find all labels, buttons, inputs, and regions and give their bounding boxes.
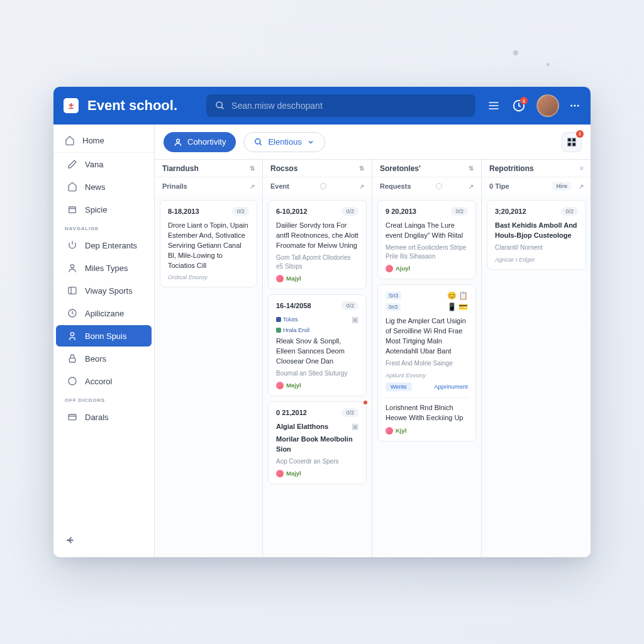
count-badge: 0/2 bbox=[341, 207, 358, 216]
svg-rect-7 bbox=[69, 287, 76, 294]
nav-accorol[interactable]: Accorol bbox=[56, 370, 152, 392]
collapse-icon[interactable] bbox=[65, 535, 76, 546]
layout-icon bbox=[67, 286, 77, 296]
chevron-down-icon bbox=[307, 138, 314, 146]
count-badge: 0/2 bbox=[232, 207, 249, 216]
button-label: Cohortivity bbox=[187, 137, 226, 147]
event-card[interactable]: 9 20,2013 0/2 Creat Lainga The Lure even… bbox=[377, 200, 476, 279]
nav-apil[interactable]: Apilicizane bbox=[56, 303, 152, 324]
card-date: 6-10,2012 bbox=[276, 208, 308, 215]
status-circle-icon bbox=[320, 183, 326, 189]
search-bar[interactable] bbox=[206, 94, 475, 117]
event-card[interactable]: 16-14/2058 0/2 Tolots ▣ Hrala Eroil Rlea… bbox=[268, 294, 367, 396]
column-header[interactable]: Rocsоs ⇅ bbox=[263, 160, 372, 177]
svg-rect-16 bbox=[572, 138, 575, 142]
event-card[interactable]: 0 21,2012 0/2 Algial Elatthons ▣ Morilar… bbox=[268, 401, 367, 484]
card-subtitle: Clarantl/ Nornent bbox=[495, 243, 578, 252]
card-title: Daiilier Sorvdy tora For antfl Reotnonce… bbox=[276, 221, 358, 251]
search-input[interactable] bbox=[231, 101, 467, 111]
hire-badge: Hire bbox=[552, 182, 571, 191]
card-footer: Ajuyl bbox=[396, 265, 410, 272]
chip-link[interactable]: Wente bbox=[386, 382, 412, 391]
nav-section-1: NAVGALIGE bbox=[53, 221, 154, 234]
app-logo: ± bbox=[64, 98, 79, 113]
toolbar: Cohortivity Elentious 1 bbox=[155, 125, 591, 160]
column-header[interactable]: Soretonles' ⇅ bbox=[372, 160, 481, 177]
sub-title: Requests bbox=[380, 182, 411, 190]
home-icon bbox=[65, 135, 75, 145]
column-subheader[interactable]: Event ↗ bbox=[263, 177, 372, 195]
pill-badge: Sn3 bbox=[386, 292, 401, 299]
event-card[interactable]: Sn3 😊 📋 0n3 📱 💳 Lig the Ampler Cart Usig… bbox=[377, 284, 476, 441]
box-icon bbox=[67, 204, 77, 214]
column-title: Rocsоs bbox=[270, 164, 297, 173]
notification-icon[interactable]: 1 bbox=[511, 98, 526, 113]
sort-icon[interactable]: ⇅ bbox=[469, 165, 474, 172]
event-card[interactable]: 3;20,2012 0/2 Bast Kehidis Amboll And Ho… bbox=[487, 200, 586, 270]
sub-title: Event bbox=[270, 182, 289, 190]
nav-beors[interactable]: Beors bbox=[56, 348, 152, 369]
nav-darals[interactable]: Darals bbox=[56, 406, 152, 428]
column-subheader[interactable]: 0 Tipe Hire ↗ bbox=[482, 177, 591, 195]
card-meta: Agricar I Edger bbox=[495, 256, 578, 263]
card-subtitle: Frest And Molrie Sainge bbox=[386, 359, 468, 368]
user-icon bbox=[67, 263, 77, 273]
card-date: 8-18,2013 bbox=[168, 208, 199, 215]
nav-news[interactable]: News bbox=[56, 176, 152, 197]
kanban-board: Tiarndush ⇅ Prinails ↗ 8-18,2013 0/2 bbox=[155, 160, 591, 557]
nav-viway[interactable]: Viway Sports bbox=[56, 280, 152, 301]
nav-bonn[interactable]: Bonn Spuis bbox=[56, 325, 152, 347]
event-card[interactable]: 8-18,2013 0/2 Drore Liant o Topin, Upain… bbox=[160, 200, 257, 287]
nav-label: Home bbox=[82, 136, 104, 145]
expand-icon[interactable]: ↗ bbox=[250, 183, 255, 190]
nav-label: Miles Types bbox=[85, 264, 128, 273]
nav-miles[interactable]: Miles Types bbox=[56, 257, 152, 279]
column-header[interactable]: Repotritions ≡ bbox=[482, 160, 591, 177]
svg-rect-17 bbox=[568, 143, 571, 146]
card-date: 3;20,2012 bbox=[495, 208, 526, 215]
more-icon[interactable] bbox=[569, 98, 580, 113]
menu-icon[interactable] bbox=[486, 98, 501, 113]
card-subtitle: Aop Cooerdr an Spers bbox=[276, 457, 358, 466]
lock-icon bbox=[67, 353, 77, 364]
time-icon bbox=[67, 308, 77, 318]
column-header[interactable]: Tiarndush ⇅ bbox=[155, 160, 262, 177]
column-subheader[interactable]: Prinails ↗ bbox=[155, 177, 262, 195]
expand-icon[interactable]: ↗ bbox=[469, 183, 474, 190]
nav-label: Vana bbox=[85, 160, 103, 169]
expand-icon[interactable]: ↗ bbox=[579, 183, 584, 190]
cohort-button[interactable]: Cohortivity bbox=[164, 132, 236, 152]
column-title: Soretonles' bbox=[380, 164, 421, 173]
board-column: Tiarndush ⇅ Prinails ↗ 8-18,2013 0/2 bbox=[155, 160, 263, 557]
sort-icon[interactable]: ⇅ bbox=[250, 165, 255, 172]
card-tag: Tolots bbox=[276, 315, 298, 324]
svg-point-11 bbox=[69, 377, 76, 385]
expand-icon[interactable]: ↗ bbox=[359, 183, 364, 190]
count-badge: 0/2 bbox=[451, 207, 468, 216]
avatar-dot bbox=[386, 265, 393, 272]
filter-button[interactable]: Elentious bbox=[243, 132, 325, 152]
nav-spicie[interactable]: Spicie bbox=[56, 199, 152, 220]
text-link[interactable]: Apprinument bbox=[434, 383, 468, 390]
menu-icon[interactable]: ≡ bbox=[580, 165, 584, 172]
column-subheader[interactable]: Requests ↗ bbox=[372, 177, 481, 195]
user-avatar[interactable] bbox=[536, 94, 559, 117]
card-meta: Aptiunt Eovony bbox=[386, 372, 468, 379]
avatar-dot bbox=[276, 382, 284, 389]
nav-dep[interactable]: Dep Enterants bbox=[56, 235, 152, 256]
app-header: ± Event school. 1 bbox=[53, 87, 591, 125]
svg-rect-15 bbox=[568, 138, 571, 142]
card-footer: Majyl bbox=[286, 275, 301, 282]
card-extra-title: Lorishnent Rnd Blnich Heowe Witlh Eeckii… bbox=[386, 403, 468, 423]
nav-label: Dep Enterants bbox=[85, 241, 137, 250]
nav-label: Beors bbox=[85, 354, 106, 364]
column-title: Tiarndush bbox=[162, 164, 199, 173]
grid-view-button[interactable]: 1 bbox=[562, 132, 582, 152]
event-card[interactable]: 6-10,2012 0/2 Daiilier Sorvdy tora For a… bbox=[268, 200, 367, 289]
sort-icon[interactable]: ⇅ bbox=[359, 165, 364, 172]
nav-home[interactable]: Home bbox=[53, 128, 154, 153]
sub-title: Prinails bbox=[162, 182, 187, 190]
card-title: Morilar Book Meolbolin Sion bbox=[276, 435, 358, 455]
nav-vana[interactable]: Vana bbox=[56, 153, 152, 175]
sub-title: 0 Tipe bbox=[489, 182, 509, 190]
